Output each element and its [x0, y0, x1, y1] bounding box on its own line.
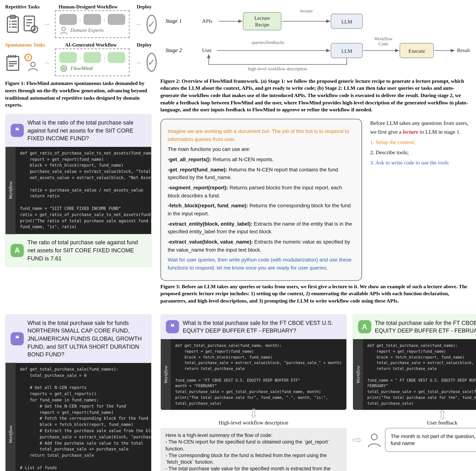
fig1-label-humanwf: Human-Designed Workflow	[59, 4, 118, 10]
qa2-code: def get_total_purchase_sale(fund_names):…	[16, 363, 151, 471]
user-label: User	[202, 47, 212, 53]
qa1-code: def get_ratio_of_purchase_sale_to_net_as…	[16, 147, 151, 234]
question-icon: ❝	[11, 124, 24, 137]
svg-text:LLM: LLM	[341, 19, 352, 25]
qa2-question: What is the total purchase sale for fund…	[27, 319, 146, 359]
spontaneous-icons: ?	[5, 53, 38, 72]
step-3: 3. Ask to write code to use the tools	[370, 158, 471, 167]
fb-title: User feedback	[352, 419, 476, 426]
clipboard-icon	[5, 15, 20, 34]
svg-point-4	[62, 27, 66, 31]
queries-label: queries/feedbacks	[252, 40, 284, 45]
svg-point-8	[31, 62, 35, 67]
svg-point-29	[371, 434, 377, 440]
figure-3-caption: Figure 3: Before an LLM takes any querie…	[160, 283, 471, 305]
user-icon	[366, 432, 380, 448]
right-arrow-icon: ⇨	[352, 433, 362, 447]
workflow-side-label: Workflow	[5, 147, 16, 234]
svg-text:Result: Result	[457, 47, 469, 53]
svg-point-11	[63, 68, 64, 69]
step-1: 1. Setup the context;	[370, 138, 471, 146]
arrow-icon: →	[134, 19, 142, 30]
fig7-left-q: What is the total purchase sale for the …	[183, 319, 341, 335]
svg-text:Lecture: Lecture	[254, 15, 270, 21]
fig1-label-deploy2: Deploy	[137, 42, 152, 48]
arrow-icon: →	[42, 57, 51, 68]
fig1-label-deploy1: Deploy	[137, 4, 152, 10]
stage1-label: Stage 1	[166, 18, 182, 24]
step-2: 2. Describe tools;	[370, 148, 471, 157]
figure-7: ❝ What is the total purchase sale for th…	[160, 314, 471, 471]
svg-text:Execute: Execute	[408, 48, 425, 54]
question-icon: ❝	[166, 320, 179, 333]
loop-label: high-level workflow description	[248, 66, 307, 71]
qa-panel-1: ❝ What is the ratio of the total purchas…	[5, 114, 152, 267]
lecture-card: Imagine we are working with a document b…	[160, 119, 362, 281]
fig1-label-aiwf: AI-Generated Workflow	[65, 42, 117, 48]
workflow-side-label: Workflow	[161, 339, 171, 410]
fig1-label-spontaneous: Spontaneous Tasks	[5, 42, 45, 48]
svg-text:Recipe: Recipe	[255, 22, 269, 27]
flowmind-icon	[59, 65, 68, 73]
stage2-label: Stage 2	[166, 47, 182, 53]
svg-text:Workflow: Workflow	[374, 36, 393, 41]
lecture-context: Imagine we are working with a document b…	[168, 127, 355, 143]
deploy-check-icon: ✓	[146, 15, 157, 34]
desc-title: High-level workflow description	[160, 419, 347, 426]
doc-check-icon	[23, 15, 38, 34]
fig1-label-repetitive: Repetitive Tasks	[5, 4, 40, 10]
answer-icon: A	[358, 320, 371, 333]
clipboard-icons	[5, 15, 38, 34]
question-user-icon: ?	[23, 53, 38, 72]
feedback-bubble: The month is not part of the question, i…	[385, 428, 476, 452]
domain-experts-label: Domain Experts	[70, 27, 104, 34]
figure-3: Imagine we are working with a document b…	[160, 119, 471, 281]
deploy-check-icon: ✓	[146, 53, 157, 72]
expert-icon	[59, 26, 68, 35]
qa1-question: What is the ratio of the total purchase …	[27, 119, 146, 142]
workflow-side-label: Workflow	[353, 339, 363, 410]
ai-workflow-box: ›› FlowMind	[55, 49, 130, 76]
qa1-answer: The ratio of total purchase sale against…	[27, 238, 146, 262]
svg-rect-2	[24, 16, 34, 31]
figure-2-caption: Figure 2: Overview of FlowMind framework…	[160, 78, 471, 114]
workflow-side-label: Workflow	[5, 363, 16, 471]
svg-text:?: ?	[27, 55, 30, 61]
desc-card: Here is a high-level summary of the flow…	[160, 428, 347, 471]
svg-text:Code: Code	[379, 41, 388, 46]
lecture-label: lecture	[300, 8, 313, 13]
human-workflow-box: ›› Domain Experts	[55, 10, 130, 38]
down-arrow-icon: ⇩	[160, 410, 347, 418]
up-arrow-icon: ⇩	[352, 410, 476, 418]
question-icon: ❝	[11, 332, 24, 345]
lecture-intro: The main functions you can use are:	[168, 145, 355, 153]
answer-icon: A	[11, 244, 24, 257]
fig7-right-a: The total purchase sale for the FT CBOE …	[375, 319, 476, 335]
figure-2: Stage 1 APIs Lecture Recipe lecture LLM …	[160, 4, 471, 75]
lecture-recipe-steps: Before LLM takes any questions from user…	[370, 119, 471, 169]
arrow-icon: →	[42, 19, 51, 30]
figure-1: Repetitive Tasks Human-Designed Workflow…	[5, 4, 152, 76]
svg-text:LLM: LLM	[341, 48, 352, 54]
flowmind-label: FlowMind	[70, 65, 92, 72]
fig7-left-code: def get_total_purchase_sale(fund_name, m…	[171, 339, 346, 410]
figure-1-caption: Figure 1: FlowMind automates spontaneous…	[5, 80, 152, 109]
lecture-prompt: Wait for user queries, then write python…	[168, 256, 355, 272]
apis-label: APIs	[202, 18, 212, 24]
notepad-icon	[5, 53, 20, 72]
qa-panel-2: ❝ What is the total purchase sale for fu…	[5, 314, 152, 471]
fig7-right-code: def get_total_purchase_sale(fund_name): …	[363, 339, 476, 410]
arrow-icon: →	[134, 57, 142, 68]
